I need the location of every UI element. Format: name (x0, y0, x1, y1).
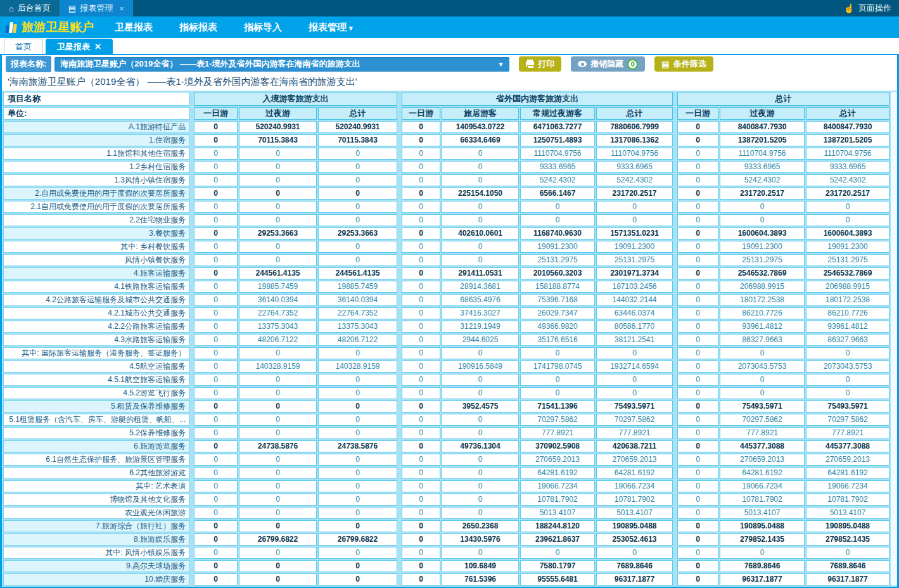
value-cell: 0 (318, 400, 397, 412)
value-cell: 0 (194, 361, 238, 373)
value-cell: 0 (596, 347, 673, 359)
value-cell: 0 (442, 454, 519, 466)
row-label-cell: 1.1旅馆和其他住宿服务 (3, 148, 189, 160)
value-cell: 0 (677, 480, 718, 492)
value-cell: 0 (596, 214, 673, 226)
value-cell: 19066.7234 (720, 480, 805, 492)
value-cell: 70115.3843 (239, 134, 317, 146)
value-cell: 0 (239, 494, 317, 506)
app-brand[interactable]: 旅游卫星账户 (0, 19, 101, 35)
printer-icon (526, 61, 534, 67)
value-cell: 244561.4135 (318, 267, 397, 279)
value-cell: 291411.0531 (442, 267, 519, 279)
unhide-button[interactable]: 撤销隐藏 0 (571, 56, 645, 72)
value-cell: 0 (442, 201, 519, 213)
tab-home[interactable]: 首页 (4, 39, 43, 54)
value-cell: 70115.3843 (318, 134, 397, 146)
table-corner-project-name: 项目名称 (3, 92, 189, 106)
value-cell: 0 (442, 241, 519, 253)
value-cell: 1110704.9756 (596, 148, 673, 160)
value-cell: 0 (239, 520, 317, 532)
value-cell: 2301971.3734 (596, 267, 673, 279)
value-cell: 0 (520, 374, 595, 386)
value-cell: 0 (442, 148, 519, 160)
value-cell: 0 (318, 201, 397, 213)
value-cell: 1600604.3893 (720, 227, 805, 240)
scrollbar-track[interactable] (891, 92, 897, 585)
value-cell: 0 (677, 227, 718, 240)
value-cell: 180172.2538 (720, 294, 805, 306)
close-icon[interactable]: ✕ (94, 42, 101, 51)
row-label-cell: 4.1铁路旅客运输服务 (3, 281, 189, 293)
value-cell: 0 (239, 467, 317, 479)
value-cell: 8400847.7930 (720, 121, 805, 133)
value-cell: 0 (194, 188, 238, 200)
home-icon: ⌂ (9, 4, 14, 13)
topbar-tab-home[interactable]: ⌂ 后台首页 (0, 0, 60, 16)
row-label-cell: 4.旅客运输服务 (3, 267, 189, 279)
nav-item-report-management[interactable]: 报表管理▾ (309, 22, 353, 34)
value-cell: 190895.0488 (806, 520, 889, 532)
close-icon[interactable]: × (119, 4, 124, 13)
filter-button[interactable]: ▤ 条件筛选 (654, 56, 713, 72)
value-cell: 6471063.7277 (520, 121, 595, 133)
report-select[interactable]: 海南旅游卫星账户（2019全省） ——表1-境外及省外国内游客在海南省的旅游支出… (54, 57, 509, 72)
value-cell: 0 (677, 520, 718, 532)
value-cell: 5242.4302 (520, 174, 595, 186)
value-cell: 10781.7902 (806, 494, 889, 506)
value-cell: 68635.4976 (442, 294, 519, 306)
value-cell: 64281.6192 (520, 467, 595, 479)
value-cell: 0 (194, 321, 238, 333)
value-cell: 0 (442, 547, 519, 559)
value-cell: 0 (677, 573, 718, 585)
value-cell: 0 (402, 307, 440, 319)
value-cell: 9333.6965 (720, 161, 805, 173)
value-cell: 0 (677, 467, 718, 479)
value-cell: 0 (194, 134, 238, 146)
value-cell: 0 (239, 573, 317, 585)
value-cell: 0 (720, 347, 805, 359)
value-cell: 0 (677, 307, 718, 319)
value-cell: 0 (239, 400, 317, 412)
value-cell: 0 (239, 174, 317, 186)
value-cell: 270659.2013 (806, 454, 889, 466)
value-cell: 1409543.0722 (442, 121, 519, 133)
value-cell: 187103.2456 (596, 281, 673, 293)
value-cell: 0 (806, 201, 889, 213)
value-cell: 0 (720, 547, 805, 559)
value-cell: 0 (194, 121, 238, 133)
tab-satellite-report[interactable]: 卫星报表✕ (46, 39, 113, 54)
value-cell: 0 (677, 361, 718, 373)
value-cell: 231720.2517 (596, 188, 673, 200)
value-cell: 5013.4107 (596, 507, 673, 519)
value-cell: 0 (596, 201, 673, 213)
value-cell: 13375.3043 (239, 321, 317, 333)
value-cell: 25131.2975 (720, 254, 805, 266)
value-cell: 0 (402, 134, 440, 146)
value-cell: 0 (677, 321, 718, 333)
value-cell: 0 (194, 547, 238, 559)
value-cell: 19091.2300 (596, 241, 673, 253)
value-cell: 0 (239, 547, 317, 559)
value-cell: 5013.4107 (806, 507, 889, 519)
value-cell: 1932714.6594 (596, 361, 673, 373)
value-cell: 19885.7459 (239, 281, 317, 293)
value-cell: 0 (194, 520, 238, 532)
eye-icon (578, 61, 587, 67)
value-cell: 270659.2013 (720, 454, 805, 466)
print-button[interactable]: 打印 (519, 56, 561, 72)
nav-item-indicator-import[interactable]: 指标导入 (244, 22, 282, 34)
column-header: 总计 (318, 107, 397, 120)
value-cell: 0 (402, 161, 440, 173)
value-cell: 0 (194, 374, 238, 386)
value-cell: 0 (194, 294, 238, 306)
value-cell: 0 (402, 214, 440, 226)
value-cell: 0 (520, 347, 595, 359)
nav-item-satellite-report[interactable]: 卫星报表 (115, 22, 153, 34)
nav-item-indicator-report[interactable]: 指标报表 (179, 22, 217, 34)
column-header: 总计 (806, 107, 889, 120)
value-cell: 0 (318, 467, 397, 479)
value-cell: 35176.6516 (520, 334, 595, 346)
topbar-tab-report-management[interactable]: ▤ 报表管理 × (60, 0, 133, 16)
page-actions-button[interactable]: ☝ 页面操作 (836, 0, 899, 16)
